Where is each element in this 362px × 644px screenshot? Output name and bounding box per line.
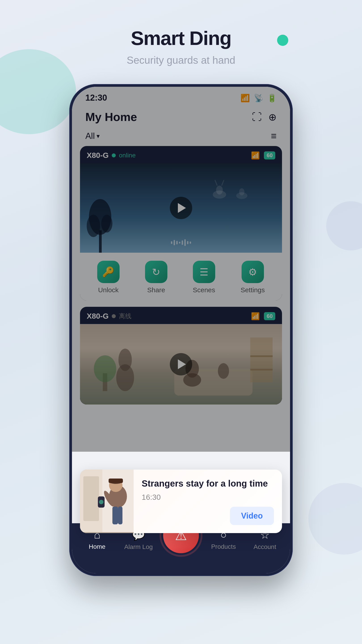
app-header: Smart Ding Security guards at hand xyxy=(127,27,235,66)
deer-silhouettes xyxy=(202,177,264,204)
status-label-2: 离线 xyxy=(119,312,131,320)
settings-label: Settings xyxy=(241,286,265,294)
play-button-2[interactable] xyxy=(170,353,192,376)
sound-wave-1 xyxy=(171,239,191,246)
svg-rect-32 xyxy=(112,506,118,524)
bg-dot-green xyxy=(277,35,288,46)
settings-icon-wrap: ⚙ xyxy=(242,261,264,283)
app-bar: My Home ⛶ ⊕ xyxy=(72,106,290,128)
status-label-1: online xyxy=(119,152,136,159)
camera-wifi-icon-2: 📶 xyxy=(251,312,260,320)
share-button[interactable]: ↻ Share xyxy=(145,261,167,294)
unlock-icon-wrap: 🔑 xyxy=(97,261,120,283)
svg-rect-24 xyxy=(83,476,99,521)
svg-point-5 xyxy=(216,186,223,194)
svg-rect-33 xyxy=(118,506,122,524)
bg-bubble-right2 xyxy=(308,483,362,554)
scenes-icon-wrap: ☰ xyxy=(193,261,215,283)
scenes-icon: ☰ xyxy=(200,266,208,278)
status-bar: 12:30 📶 📡 🔋 xyxy=(72,87,290,106)
camera-card-2[interactable]: X80-G 离线 📶 60 xyxy=(80,307,282,404)
app-bar-icons: ⛶ ⊕ xyxy=(252,111,277,123)
notification-title: Strangers stay for a long time 16:30 xyxy=(142,478,274,502)
status-icons: 📶 📡 🔋 xyxy=(240,94,277,102)
notification-content: Strangers stay for a long time 16:30 Vid… xyxy=(134,470,282,533)
play-icon-2 xyxy=(178,359,186,369)
fullscreen-icon[interactable]: ⛶ xyxy=(252,111,262,122)
notif-time: 16:30 xyxy=(142,493,274,502)
notification-popup[interactable]: Strangers stay for a long time 16:30 Vid… xyxy=(80,470,282,533)
camera-card-1[interactable]: X80-G online 📶 60 xyxy=(80,146,282,300)
svg-point-26 xyxy=(99,500,103,504)
scenes-label: Scenes xyxy=(193,286,215,294)
alarm-log-nav-label: Alarm Log xyxy=(124,544,153,550)
phone-frame: 12:30 📶 📡 🔋 My Home ⛶ ⊕ All ▾ xyxy=(69,84,293,576)
camera-name-2: X80-G xyxy=(87,312,109,320)
svg-point-9 xyxy=(239,188,245,196)
home-title: My Home xyxy=(85,110,137,124)
filter-dropdown[interactable]: All ▾ xyxy=(85,131,100,141)
svg-point-3 xyxy=(101,215,112,232)
phone-screen: 12:30 📶 📡 🔋 My Home ⛶ ⊕ All ▾ xyxy=(72,87,290,573)
battery-badge-1: 60 xyxy=(264,152,275,160)
svg-point-20 xyxy=(94,355,116,382)
action-row: 🔑 Unlock ↻ Share ☰ xyxy=(80,253,282,300)
svg-point-18 xyxy=(116,364,134,391)
svg-rect-15 xyxy=(250,355,273,357)
bg-decoration-teal xyxy=(0,49,76,134)
bg-bubble-right xyxy=(326,201,362,250)
camera-header-2: X80-G 离线 📶 60 xyxy=(80,307,282,324)
camera-icons-right-1: 📶 60 xyxy=(251,151,275,160)
app-subtitle: Security guards at hand xyxy=(127,54,235,66)
add-icon[interactable]: ⊕ xyxy=(268,111,277,123)
status-time: 12:30 xyxy=(85,93,107,103)
chevron-down-icon: ▾ xyxy=(96,132,100,140)
phone-wrapper: 12:30 📶 📡 🔋 My Home ⛶ ⊕ All ▾ xyxy=(69,84,293,576)
svg-point-2 xyxy=(87,215,100,237)
scroll-area: X80-G online 📶 60 xyxy=(72,146,290,523)
settings-button[interactable]: ⚙ Settings xyxy=(241,261,265,294)
unlock-icon: 🔑 xyxy=(102,266,114,278)
tree-silhouette xyxy=(87,190,113,253)
share-icon-wrap: ↻ xyxy=(145,261,167,283)
unlock-button[interactable]: 🔑 Unlock xyxy=(97,261,120,294)
share-label: Share xyxy=(147,286,165,294)
camera-icons-right-2: 📶 60 xyxy=(251,312,275,320)
scenes-button[interactable]: ☰ Scenes xyxy=(193,261,215,294)
play-icon-1 xyxy=(178,203,186,213)
camera-name-row-1: X80-G online xyxy=(87,151,136,160)
status-dot-1 xyxy=(112,154,116,158)
svg-line-7 xyxy=(222,180,224,186)
notification-image xyxy=(80,470,134,533)
svg-rect-14 xyxy=(250,338,273,382)
person-at-door xyxy=(80,470,134,532)
nav-center[interactable]: ⚠ xyxy=(163,528,199,564)
svg-rect-16 xyxy=(250,369,273,370)
play-button-1[interactable] xyxy=(170,197,192,219)
video-thumb-2[interactable] xyxy=(80,324,282,404)
menu-icon[interactable]: ≡ xyxy=(271,130,277,142)
video-thumb-1[interactable] xyxy=(80,163,282,253)
share-icon: ↻ xyxy=(152,266,160,278)
notif-title-text: Strangers stay for a long time xyxy=(142,478,274,489)
filter-bar: All ▾ ≡ xyxy=(72,128,290,146)
signal-icon: 📡 xyxy=(254,94,263,102)
account-nav-label: Account xyxy=(254,544,276,550)
svg-point-13 xyxy=(218,363,229,379)
battery-badge-2: 60 xyxy=(264,312,275,320)
svg-point-12 xyxy=(183,373,201,386)
status-dot-2 xyxy=(112,314,116,318)
svg-line-6 xyxy=(215,180,217,186)
camera-name-1: X80-G xyxy=(87,151,109,160)
video-button[interactable]: Video xyxy=(230,507,274,525)
products-nav-label: Products xyxy=(211,543,236,550)
wifi-icon: 📶 xyxy=(240,94,250,102)
home-nav-label: Home xyxy=(89,543,105,550)
camera-wifi-icon-1: 📶 xyxy=(251,151,260,160)
app-title: Smart Ding xyxy=(127,27,235,50)
notification-arrow xyxy=(177,532,185,533)
camera-header-1: X80-G online 📶 60 xyxy=(80,146,282,163)
unlock-label: Unlock xyxy=(98,286,119,294)
svg-rect-30 xyxy=(109,478,123,483)
battery-icon: 🔋 xyxy=(267,94,277,102)
